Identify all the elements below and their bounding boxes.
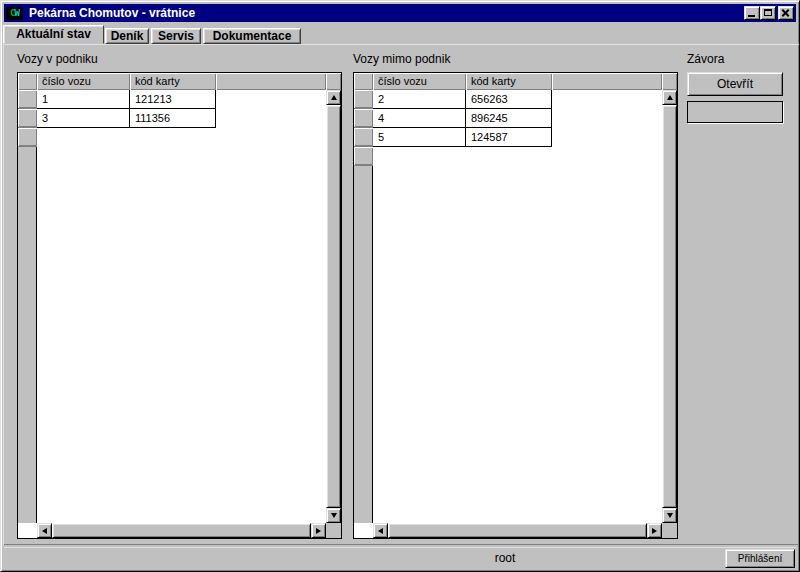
current-user: root (214, 551, 796, 565)
tab-page-aktualni-stav: Vozy v podniku Vozy mimo podnik Závora č… (3, 44, 799, 545)
table-cell[interactable]: 5 (373, 128, 466, 147)
title-bar[interactable]: CW Pekárna Chomutov - vrátnice (4, 4, 796, 22)
app-icon: CW (6, 7, 23, 20)
vertical-scrollbar-thumb[interactable] (662, 105, 677, 508)
tab-denik[interactable]: Deník (105, 28, 149, 44)
arrow-up-icon (331, 95, 337, 100)
scroll-down-button[interactable] (326, 508, 341, 523)
table-cell[interactable]: 121213 (130, 90, 216, 109)
header-filler (662, 73, 677, 90)
row-selector[interactable] (18, 90, 37, 109)
arrow-left-icon (378, 528, 383, 534)
column-header[interactable]: kód karty (130, 73, 216, 90)
new-row-selector[interactable] (18, 128, 37, 147)
scroll-down-button[interactable] (662, 508, 677, 523)
scroll-up-button[interactable] (662, 90, 677, 105)
vehicles-in-label: Vozy v podniku (17, 52, 98, 66)
header-filler (326, 73, 341, 90)
table-cell[interactable]: 3 (37, 109, 130, 128)
application-window: CW Pekárna Chomutov - vrátnice Aktuální … (0, 0, 800, 572)
table-cell[interactable]: 1 (37, 90, 130, 109)
arrow-right-icon (316, 528, 321, 534)
tab-servis[interactable]: Servis (151, 28, 201, 44)
scroll-left-button[interactable] (373, 523, 388, 538)
window-title: Pekárna Chomutov - vrátnice (29, 6, 195, 20)
minimize-button[interactable] (744, 6, 760, 20)
arrow-up-icon (667, 95, 673, 100)
row-selector[interactable] (18, 109, 37, 128)
scrollbar-corner (662, 523, 677, 538)
header-filler (552, 73, 662, 90)
status-bar: root Přihlášení (4, 547, 796, 568)
arrow-down-icon (667, 513, 673, 518)
arrow-left-icon (42, 528, 47, 534)
table-cell[interactable]: 124587 (466, 128, 552, 147)
barrier-label: Závora (687, 52, 724, 66)
app-icon-letter-w: W (15, 7, 19, 20)
vertical-scrollbar[interactable] (326, 90, 341, 523)
row-selector[interactable] (354, 128, 373, 147)
new-row-selector[interactable] (354, 147, 373, 166)
horizontal-scrollbar-thumb[interactable] (388, 523, 647, 538)
row-selector[interactable] (354, 90, 373, 109)
tab-aktualni-stav[interactable]: Aktuální stav (3, 25, 104, 44)
scroll-up-button[interactable] (326, 90, 341, 105)
login-button[interactable]: Přihlášení (725, 549, 795, 568)
scroll-left-button[interactable] (37, 523, 52, 538)
maximize-icon (764, 9, 772, 16)
column-header[interactable]: kód karty (466, 73, 552, 90)
column-header[interactable]: číslo vozu (373, 73, 466, 90)
vertical-scrollbar-thumb[interactable] (326, 105, 341, 508)
row-selector-column (18, 90, 37, 523)
tab-dokumentace[interactable]: Dokumentace (203, 28, 301, 44)
row-selector[interactable] (354, 109, 373, 128)
horizontal-scrollbar[interactable] (373, 523, 662, 538)
table-cell[interactable]: 656263 (466, 90, 552, 109)
horizontal-scrollbar-thumb[interactable] (52, 523, 311, 538)
column-header[interactable]: číslo vozu (37, 73, 130, 90)
scroll-right-button[interactable] (311, 523, 326, 538)
vehicles-out-label: Vozy mimo podnik (353, 52, 450, 66)
table-cell[interactable]: 111356 (130, 109, 216, 128)
close-button[interactable] (778, 6, 794, 20)
window-controls (744, 6, 794, 20)
vehicles-in-table: číslo vozukód karty11212133111356 (17, 72, 342, 539)
vehicles-out-table: číslo vozukód karty265626348962455124587 (353, 72, 678, 539)
table-cell[interactable]: 2 (373, 90, 466, 109)
scrollbar-corner (326, 523, 341, 538)
barrier-open-button[interactable]: Otevřít (687, 72, 783, 96)
table-cell[interactable]: 4 (373, 109, 466, 128)
maximize-button[interactable] (760, 6, 776, 20)
table-cell[interactable]: 896245 (466, 109, 552, 128)
barrier-status-field (687, 101, 783, 123)
header-filler (18, 73, 37, 90)
scroll-right-button[interactable] (647, 523, 662, 538)
vertical-scrollbar[interactable] (662, 90, 677, 523)
header-filler (216, 73, 326, 90)
horizontal-scrollbar[interactable] (37, 523, 326, 538)
arrow-right-icon (652, 528, 657, 534)
header-filler (354, 73, 373, 90)
minimize-icon (748, 15, 755, 17)
arrow-down-icon (331, 513, 337, 518)
